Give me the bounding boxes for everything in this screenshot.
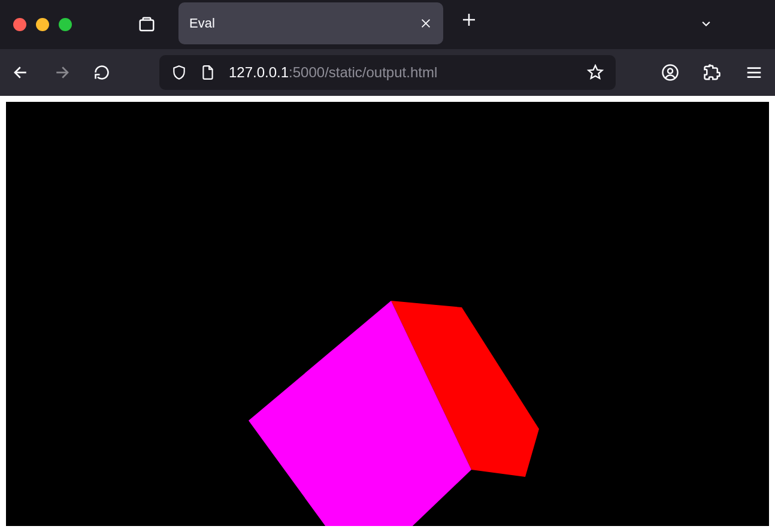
- forward-button[interactable]: [53, 64, 71, 81]
- back-button[interactable]: [12, 64, 30, 81]
- url-path: :5000/static/output.html: [289, 64, 437, 80]
- window-titlebar: Eval: [0, 0, 775, 49]
- traffic-lights: [13, 18, 72, 31]
- tab-close-button[interactable]: [419, 17, 432, 30]
- account-icon[interactable]: [661, 64, 679, 81]
- page-content-wrap: [0, 96, 775, 532]
- extensions-icon[interactable]: [703, 64, 721, 81]
- url-text: 127.0.0.1:5000/static/output.html: [229, 64, 437, 81]
- url-host: 127.0.0.1: [229, 64, 289, 80]
- tab-title: Eval: [189, 16, 215, 31]
- svg-point-2: [668, 69, 673, 74]
- new-tab-button[interactable]: [460, 11, 478, 29]
- shield-icon[interactable]: [171, 65, 187, 80]
- sidebar-toggle-button[interactable]: [138, 16, 156, 34]
- site-info-icon[interactable]: [200, 65, 216, 80]
- tabs-overflow-button[interactable]: [697, 18, 715, 30]
- url-bar[interactable]: 127.0.0.1:5000/static/output.html: [159, 55, 616, 90]
- navbar-right-icons: [661, 64, 763, 81]
- browser-navbar: 127.0.0.1:5000/static/output.html: [0, 49, 775, 96]
- rendered-canvas: [6, 102, 769, 526]
- browser-tab[interactable]: Eval: [178, 2, 443, 44]
- bookmark-button[interactable]: [587, 64, 604, 81]
- svg-rect-0: [140, 20, 154, 31]
- window-minimize-button[interactable]: [36, 18, 49, 31]
- menu-icon[interactable]: [745, 64, 763, 81]
- window-close-button[interactable]: [13, 18, 26, 31]
- window-maximize-button[interactable]: [59, 18, 72, 31]
- reload-button[interactable]: [93, 64, 110, 81]
- cube-svg: [6, 102, 769, 526]
